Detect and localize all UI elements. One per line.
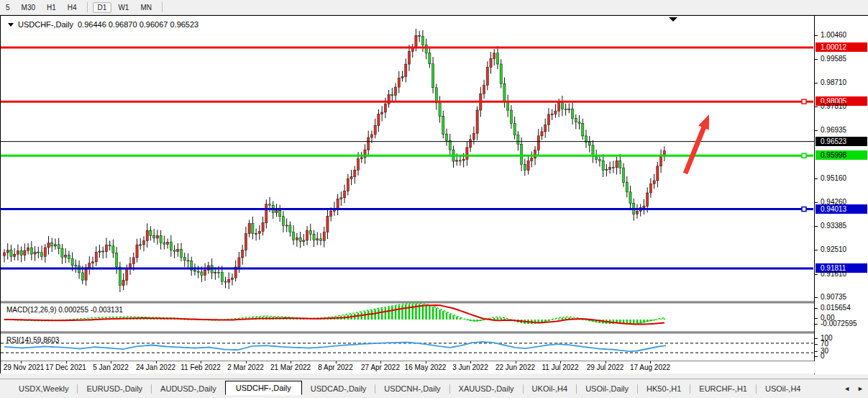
date-label: 21 Mar 2022 bbox=[270, 363, 311, 371]
price-label-0.98710: 0.98710 bbox=[821, 78, 846, 86]
chart-tab-audusd-daily[interactable]: AUDUSD-,Daily bbox=[152, 382, 225, 395]
macd-histogram-bar bbox=[582, 320, 583, 320]
horizontal-level-lines[interactable] bbox=[1, 48, 868, 268]
timeframe-button-m30[interactable]: M30 bbox=[17, 2, 40, 13]
date-label: 22 Jun 2022 bbox=[495, 363, 535, 371]
macd-histogram-bar bbox=[378, 309, 379, 320]
hline-handle-0.94013[interactable] bbox=[802, 207, 806, 212]
price-label-0.93385: 0.93385 bbox=[821, 222, 846, 230]
macd-histogram-bar bbox=[374, 309, 375, 320]
timeframe-button-mn[interactable]: MN bbox=[135, 2, 157, 13]
macd-histogram-bar bbox=[460, 318, 461, 320]
chart-tab-eurchf-h1[interactable]: EURCHF-,H1 bbox=[690, 382, 756, 395]
date-label: 16 May 2022 bbox=[405, 363, 447, 371]
axis-tick bbox=[815, 356, 818, 357]
macd-histogram-bar bbox=[442, 311, 444, 320]
mt4-terminal: 5M30H1H4D1W1MN USDCHF-,Daily 0.96446 0.9… bbox=[0, 0, 868, 398]
price-label-1.00460: 1.00460 bbox=[821, 31, 846, 39]
timeframe-button-d1[interactable]: D1 bbox=[93, 2, 112, 13]
timeframe-button-h4[interactable]: H4 bbox=[63, 2, 82, 13]
macd-histogram-bar bbox=[660, 319, 662, 320]
macd-axis-label: 0.015654 bbox=[821, 304, 851, 312]
price-label-0.99585: 0.99585 bbox=[821, 55, 846, 63]
macd-histogram-bar bbox=[371, 310, 373, 320]
macd-histogram-bar bbox=[562, 318, 563, 320]
macd-histogram-bar bbox=[385, 308, 386, 320]
axis-tick bbox=[815, 344, 818, 345]
macd-histogram-bar bbox=[657, 320, 658, 320]
axis-tick bbox=[815, 250, 818, 250]
date-label: 17 Aug 2022 bbox=[630, 363, 670, 371]
axis-tick bbox=[815, 59, 818, 60]
macd-histogram-bar bbox=[422, 304, 424, 320]
axis-tick bbox=[815, 324, 818, 325]
date-label: 29 Nov 2021 bbox=[4, 363, 45, 371]
price-badge-1.00012: 1.00012 bbox=[816, 42, 867, 52]
macd-histogram-bar bbox=[449, 314, 451, 320]
chart-tab-eurusd-daily[interactable]: EURUSD-,Daily bbox=[78, 382, 151, 395]
macd-histogram-bar bbox=[401, 305, 403, 320]
chart-tab-ukoil-h4[interactable]: UKOil-,H4 bbox=[524, 382, 577, 395]
macd-histogram-bar bbox=[425, 305, 426, 320]
chart-menu-triangle-icon[interactable] bbox=[8, 23, 14, 27]
hline-handle-0.95998[interactable] bbox=[802, 153, 806, 158]
macd-axis-label: -0.0072595 bbox=[821, 320, 857, 327]
chart-window[interactable]: USDCHF-,Daily 0.96446 0.96870 0.96067 0.… bbox=[0, 15, 868, 374]
chart-tab-xauusd-daily[interactable]: XAUUSD-,Daily bbox=[450, 382, 523, 395]
hline-handle-0.98005[interactable] bbox=[802, 99, 806, 104]
macd-histogram-bar bbox=[436, 308, 437, 320]
macd-histogram-bar bbox=[501, 318, 502, 320]
tab-scroll-arrows: ◄► bbox=[844, 385, 864, 392]
axis-tick bbox=[815, 274, 818, 275]
chart-tab-hk50-h1[interactable]: HK50-,H1 bbox=[638, 382, 690, 395]
timeframe-button-5[interactable]: 5 bbox=[1, 2, 15, 13]
chart-tab-usoil-h4[interactable]: USOil-,H4 bbox=[757, 382, 810, 395]
axis-tick bbox=[815, 318, 818, 319]
axis-tick bbox=[815, 35, 818, 36]
trend-arrow-annotation[interactable] bbox=[683, 114, 709, 174]
axis-tick bbox=[815, 83, 818, 83]
chart-tab-usdcnh-daily[interactable]: USDCNH-,Daily bbox=[375, 382, 449, 395]
timeframe-button-h1[interactable]: H1 bbox=[42, 2, 61, 13]
rsi-pane bbox=[1, 342, 813, 353]
price-label-0.95160: 0.95160 bbox=[821, 174, 846, 182]
chart-tab-usdchf-daily[interactable]: USDCHF-,Daily bbox=[225, 381, 302, 395]
chart-canvas[interactable] bbox=[1, 16, 868, 374]
macd-histogram-bar bbox=[432, 307, 434, 320]
chart-tab-usdcad-daily[interactable]: USDCAD-,Daily bbox=[302, 382, 375, 395]
axis-tick bbox=[815, 107, 818, 107]
chart-shift-marker-icon[interactable] bbox=[669, 17, 677, 22]
tab-scroll-left-icon[interactable]: ◄ bbox=[844, 385, 850, 392]
chart-tab-usoil-daily[interactable]: USOil-,Daily bbox=[577, 382, 637, 395]
rsi-indicator-label: RSI(14) 59.8603 bbox=[6, 336, 59, 344]
macd-histogram-bar bbox=[554, 319, 556, 320]
tab-scroll-right-icon[interactable]: ► bbox=[857, 385, 864, 392]
axis-tick bbox=[815, 351, 818, 352]
date-axis[interactable]: 29 Nov 202117 Dec 20215 Jan 202224 Jan 2… bbox=[1, 361, 868, 374]
timeframe-button-w1[interactable]: W1 bbox=[113, 2, 134, 13]
date-label: 29 Jul 2022 bbox=[587, 363, 624, 371]
macd-histogram-bar bbox=[493, 318, 495, 320]
date-label: 3 Jun 2022 bbox=[452, 363, 488, 371]
price-axis[interactable]: 1.004601.000120.995850.987100.980050.978… bbox=[814, 16, 868, 374]
macd-histogram-bar bbox=[503, 318, 505, 320]
axis-tick bbox=[815, 297, 818, 298]
macd-indicator-label: MACD(12,26,9) 0.000255 -0.003131 bbox=[6, 306, 123, 314]
candlesticks bbox=[3, 29, 665, 292]
symbol-period-label: USDCHF-,Daily bbox=[18, 20, 73, 29]
date-label: 8 Apr 2022 bbox=[318, 363, 352, 371]
date-label: 11 Feb 2022 bbox=[181, 363, 220, 371]
pane-separators[interactable] bbox=[1, 302, 868, 361]
macd-histogram-bar bbox=[664, 319, 665, 320]
date-label: 24 Jan 2022 bbox=[136, 363, 175, 371]
price-label-0.90735: 0.90735 bbox=[821, 293, 846, 301]
macd-histogram-bar bbox=[452, 315, 454, 320]
macd-histogram-bar bbox=[439, 309, 440, 320]
chart-tab-usdx-weekly[interactable]: USDX,Weekly bbox=[10, 382, 77, 395]
axis-tick bbox=[815, 338, 818, 339]
macd-histogram-bar bbox=[497, 317, 498, 320]
ohlc-readout: 0.96446 0.96870 0.96067 0.96523 bbox=[78, 20, 198, 29]
macd-histogram-bar bbox=[398, 305, 400, 320]
date-label: 27 Apr 2022 bbox=[361, 363, 400, 371]
macd-histogram-bar bbox=[558, 319, 559, 320]
